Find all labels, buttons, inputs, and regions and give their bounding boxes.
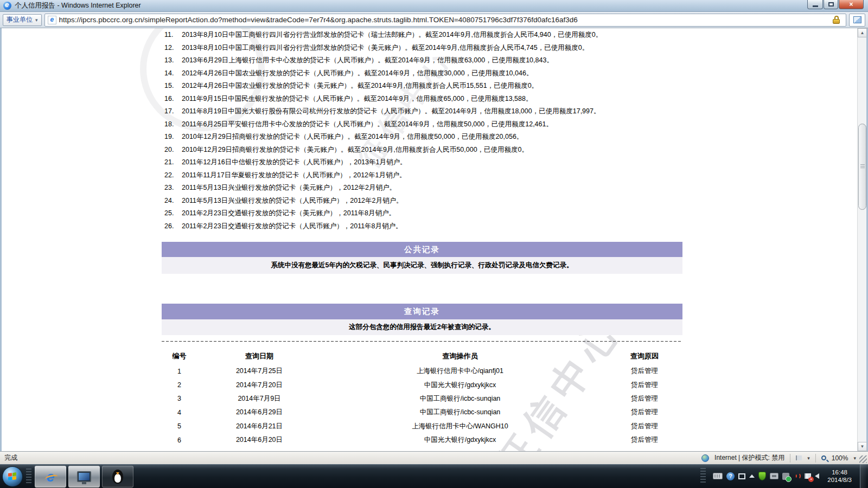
query-records-intro: 这部分包含您的信用报告最近2年被查询的记录。 <box>162 319 682 335</box>
table-row: 32014年7月9日中国工商银行/icbc-sunqian贷后管理 <box>162 392 691 406</box>
close-icon: × <box>849 1 853 8</box>
query-records-table: 编号 查询日期 查询操作员 查询原因 12014年7月25日上海银行信用卡中心/… <box>162 348 691 447</box>
status-right-cluster: Internet | 保护模式: 禁用 ▾ 100% ▾ <box>701 453 868 463</box>
zone-dropdown[interactable]: 事业单位 ▾ <box>3 14 42 26</box>
monitor-icon <box>77 471 91 482</box>
page-icon <box>48 16 56 24</box>
taskbar-item-image-viewer[interactable] <box>68 466 100 487</box>
help-icon[interactable]: ? <box>726 472 735 480</box>
col-header-reason: 查询原因 <box>598 351 691 361</box>
compatibility-view-icon <box>853 16 861 23</box>
credit-record-item: 18.2011年6月25日平安银行信用卡中心发放的贷记卡（人民币账户）。截至20… <box>164 118 602 131</box>
credit-record-item: 12.2013年8月10日中国工商银行四川省分行营业部发放的贷记卡（美元账户）。… <box>164 42 602 55</box>
public-records-header: 公共记录 <box>162 242 682 257</box>
table-row: 62014年6月20日中国光大银行/gdxykjkcx贷后管理 <box>162 433 691 447</box>
ie-logo-icon <box>3 2 11 10</box>
vertical-scrollbar[interactable]: ▲ ▼ <box>857 28 866 451</box>
internet-zone-icon <box>701 454 709 462</box>
address-input[interactable]: https://ipcrs.pbccrc.org.cn/simpleReport… <box>44 14 846 27</box>
credit-record-item: 21.2011年12月16日中信银行发放的贷记卡（人民币账户），2013年1月销… <box>164 156 602 169</box>
credit-record-item: 13.2013年6月29日上海银行信用卡中心发放的贷记卡（人民币账户）。截至20… <box>164 54 602 67</box>
credit-record-item: 15.2012年4月26日中国农业银行发放的贷记卡（美元账户）。截至2014年9… <box>164 80 602 93</box>
security-shield-icon[interactable] <box>758 472 766 480</box>
tray-grip-icon <box>700 468 706 484</box>
zoom-level[interactable]: 100% <box>832 454 848 462</box>
title-bar: 个人信用报告 - Windows Internet Explorer × <box>0 0 868 12</box>
table-row: 52014年6月21日上海银行信用卡中心/WANGH10贷后管理 <box>162 420 691 433</box>
address-bar: 事业单位 ▾ https://ipcrs.pbccrc.org.cn/simpl… <box>0 12 868 28</box>
chevron-down-icon: ▾ <box>35 17 38 23</box>
credit-record-item: 14.2012年4月26日中国农业银行发放的贷记卡（人民币账户）。截至2014年… <box>164 67 602 80</box>
taskbar-grip-icon <box>26 468 31 485</box>
credit-record-item: 23.2011年5月13日兴业银行发放的贷记卡（美元账户），2012年2月销户。 <box>164 182 602 195</box>
lock-icon[interactable] <box>829 16 843 24</box>
credit-record-item: 11.2013年8月10日中国工商银行四川省分行营业部发放的贷记卡（瑞士法郎账户… <box>164 29 602 42</box>
start-button[interactable] <box>2 466 23 487</box>
col-header-date: 查询日期 <box>197 351 322 361</box>
public-records-body: 系统中没有您最近5年内的欠税记录、民事判决记录、强制执行记录、行政处罚记录及电信… <box>162 257 682 274</box>
taskbar-item-internet-explorer[interactable]: e <box>35 466 66 487</box>
table-row: 22014年7月20日中国光大银行/gdxykjkcx贷后管理 <box>162 378 691 391</box>
credit-record-item: 22.2011年11月17日华夏银行发放的贷记卡（人民币账户），2012年1月销… <box>164 169 602 182</box>
scrollbar-thumb[interactable] <box>858 124 866 210</box>
status-text: 完成 <box>0 453 701 463</box>
penguin-icon <box>112 470 123 484</box>
minimize-icon <box>813 5 818 7</box>
credit-record-item: 17.2011年8月19日中国光大银行股份有限公司杭州分行发放的贷记卡（人民币账… <box>164 105 602 118</box>
window-title: 个人信用报告 - Windows Internet Explorer <box>15 1 141 10</box>
maximize-button[interactable] <box>824 0 838 9</box>
speaker-icon[interactable] <box>815 473 819 479</box>
page-content: 征信中心 征信中心 11.2013年8月10日中国工商银行四川省分行营业部发放的… <box>0 28 868 451</box>
window-tray-icon[interactable] <box>738 473 745 479</box>
close-button[interactable]: × <box>839 0 864 9</box>
chevron-down-icon[interactable]: ▾ <box>807 455 810 461</box>
credit-record-item: 24.2011年5月13日兴业银行发放的贷记卡（人民币账户），2012年2月销户… <box>164 195 602 208</box>
minimize-button[interactable] <box>807 0 823 9</box>
network-icon[interactable] <box>770 473 778 479</box>
sound-wave-icon[interactable] <box>793 472 801 480</box>
keyboard-icon[interactable] <box>713 473 723 479</box>
chevron-down-icon[interactable]: ▾ <box>853 455 856 461</box>
resize-grip-icon[interactable] <box>859 455 867 463</box>
credit-record-item: 25.2011年2月23日交通银行发放的贷记卡（美元账户），2011年8月销户。 <box>164 207 602 220</box>
table-row: 12014年7月25日上海银行信用卡中心/qianfj01贷后管理 <box>162 364 691 378</box>
credit-record-item: 19.2010年12月29日招商银行发放的贷记卡（人民币账户）。截至2014年9… <box>164 131 602 144</box>
windows-flag-icon <box>8 472 17 481</box>
clock-time: 16:48 <box>832 469 847 476</box>
ie-icon: e <box>47 470 54 484</box>
window-controls: × <box>807 0 864 9</box>
credit-record-item: 26.2011年2月23日交通银行发放的贷记卡（人民币账户），2011年8月销户… <box>164 220 602 233</box>
ie-window: 个人信用报告 - Windows Internet Explorer × 事业单… <box>0 0 868 488</box>
usb-drive-icon[interactable] <box>782 473 789 480</box>
col-header-id: 编号 <box>162 351 197 361</box>
scroll-down-arrow-icon[interactable]: ▼ <box>858 442 867 451</box>
tray-expand-arrow-icon[interactable] <box>749 474 755 478</box>
credit-record-item: 16.2011年9月15日中国民生银行发放的贷记卡（人民币账户）。截至2014年… <box>164 93 602 106</box>
dashed-divider <box>162 341 682 342</box>
compatibility-view-button[interactable] <box>849 14 865 27</box>
show-desktop-button[interactable] <box>860 464 866 488</box>
scroll-up-arrow-icon[interactable]: ▲ <box>858 28 867 37</box>
taskbar-clock[interactable]: 16:48 2014/8/3 <box>823 468 856 484</box>
clock-date: 2014/8/3 <box>827 477 852 483</box>
zone-dropdown-label: 事业单位 <box>7 15 33 24</box>
credit-card-list: 11.2013年8月10日中国工商银行四川省分行营业部发放的贷记卡（瑞士法郎账户… <box>164 29 602 233</box>
status-bar: 完成 Internet | 保护模式: 禁用 ▾ 100% ▾ <box>0 451 868 464</box>
col-header-operator: 查询操作员 <box>322 351 598 361</box>
url-text: https://ipcrs.pbccrc.org.cn/simpleReport… <box>59 16 829 24</box>
system-tray: ? 16:48 2014/8/3 <box>697 464 868 488</box>
zone-status-text: Internet | 保护模式: 禁用 <box>714 453 784 463</box>
query-records-header: 查询记录 <box>162 304 682 319</box>
smartscreen-flag-icon[interactable] <box>796 455 802 460</box>
table-row: 42014年6月29日中国工商银行/icbc-sunqian贷后管理 <box>162 406 691 419</box>
table-header-row: 编号 查询日期 查询操作员 查询原因 <box>162 348 691 364</box>
scrollbar-grip-icon <box>860 164 865 169</box>
taskbar-item-qq[interactable] <box>102 466 133 487</box>
credit-record-item: 20.2010年12月29日招商银行发放的贷记卡（美元账户）。截至2014年9月… <box>164 144 602 157</box>
maximize-icon <box>828 2 834 7</box>
zoom-icon[interactable] <box>821 455 826 460</box>
